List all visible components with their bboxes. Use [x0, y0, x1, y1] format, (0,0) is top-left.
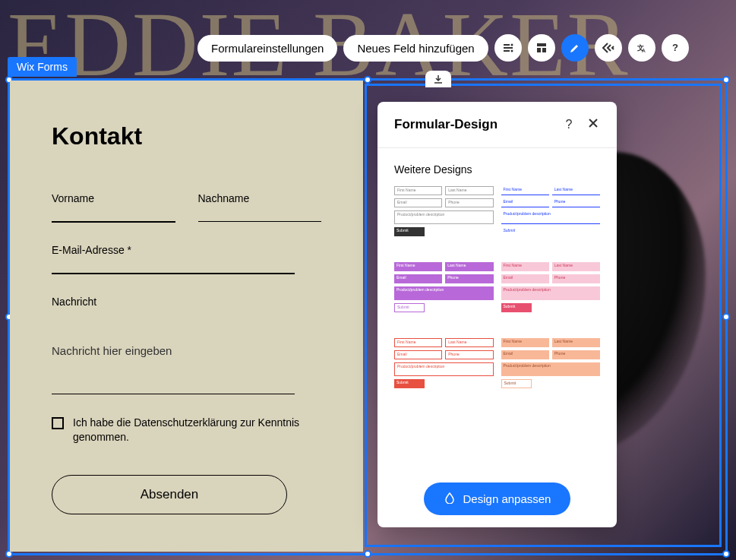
- svg-rect-2: [537, 43, 546, 46]
- customize-design-button[interactable]: Design anpassen: [424, 482, 571, 515]
- email-label: E-Mail-Adresse *: [52, 244, 321, 256]
- form-settings-button[interactable]: Formulareinstellungen: [197, 35, 337, 62]
- panel-help-icon[interactable]: ?: [562, 118, 576, 131]
- layout-icon[interactable]: [494, 34, 522, 62]
- layers-icon[interactable]: [528, 34, 555, 62]
- resize-handle[interactable]: [722, 550, 730, 558]
- panel-subtitle: Weitere Designs: [394, 163, 600, 176]
- panel-title: Formular-Design: [394, 117, 551, 132]
- first-name-input[interactable]: [52, 221, 175, 223]
- form-design-panel: Formular-Design ? Weitere Designs First …: [377, 102, 617, 527]
- contact-form: Kontakt Vorname Nachname E-Mail-Adresse …: [10, 81, 363, 552]
- first-name-label: Vorname: [52, 192, 175, 204]
- svg-text:A: A: [642, 48, 646, 53]
- design-preset[interactable]: First NameLast Name EmailPhone Product/p…: [501, 262, 601, 331]
- element-toolbar: Formulareinstellungen Neues Feld hinzufü…: [197, 34, 689, 62]
- animation-icon[interactable]: [595, 34, 622, 62]
- message-input[interactable]: Nachricht hier eingeben: [52, 344, 321, 357]
- form-title: Kontakt: [52, 122, 321, 150]
- design-icon[interactable]: [561, 34, 589, 62]
- design-presets-grid: First NameLast Name EmailPhone Product/p…: [394, 186, 600, 407]
- message-label: Nachricht: [52, 296, 321, 308]
- last-name-input[interactable]: [198, 221, 322, 222]
- privacy-checkbox[interactable]: [52, 417, 64, 429]
- droplet-icon: [444, 492, 456, 506]
- design-preset[interactable]: First NameLast Name EmailPhone Product/p…: [394, 338, 494, 407]
- resize-handle[interactable]: [722, 313, 730, 321]
- design-preset[interactable]: First NameLast Name EmailPhone Product/p…: [501, 186, 601, 255]
- svg-point-1: [510, 50, 513, 52]
- email-input[interactable]: [52, 273, 295, 274]
- selection-tag[interactable]: Wix Forms: [8, 57, 77, 77]
- download-icon[interactable]: [425, 71, 451, 87]
- resize-handle[interactable]: [364, 550, 371, 558]
- add-field-button[interactable]: Neues Feld hinzufügen: [343, 35, 488, 62]
- design-preset[interactable]: First NameLast Name EmailPhone Product/p…: [394, 186, 494, 255]
- svg-rect-4: [542, 48, 546, 52]
- submit-button[interactable]: Absenden: [52, 475, 287, 514]
- svg-rect-3: [537, 48, 541, 52]
- customize-design-label: Design anpassen: [463, 492, 551, 505]
- svg-point-0: [510, 44, 513, 46]
- privacy-label: Ich habe die Datenschutzerklärung zur Ke…: [73, 416, 321, 445]
- design-preset[interactable]: First NameLast Name EmailPhone Product/p…: [501, 338, 601, 407]
- help-icon[interactable]: ?: [662, 34, 689, 62]
- design-preset[interactable]: First NameLast Name EmailPhone Product/p…: [394, 262, 494, 331]
- last-name-label: Nachname: [198, 192, 322, 204]
- svg-text:?: ?: [672, 42, 678, 53]
- resize-handle[interactable]: [722, 76, 730, 84]
- close-icon[interactable]: [586, 118, 600, 131]
- translate-icon[interactable]: 文A: [628, 34, 655, 62]
- resize-handle[interactable]: [364, 76, 371, 84]
